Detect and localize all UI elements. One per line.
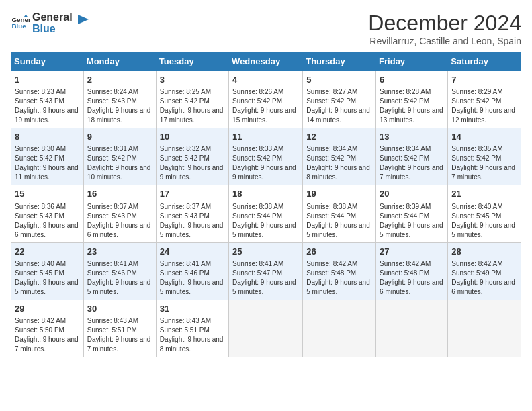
day-cell: 8Sunrise: 8:30 AMSunset: 5:42 PMDaylight… — [11, 128, 84, 185]
day-info: Sunrise: 8:31 AMSunset: 5:42 PMDaylight:… — [87, 144, 152, 182]
day-cell: 12Sunrise: 8:34 AMSunset: 5:42 PMDayligh… — [303, 128, 376, 185]
calendar-header: SundayMondayTuesdayWednesdayThursdayFrid… — [11, 52, 521, 71]
week-row-1: 1Sunrise: 8:23 AMSunset: 5:43 PMDaylight… — [11, 71, 521, 128]
logo: General Blue General Blue — [11, 11, 90, 35]
day-info: Sunrise: 8:43 AMSunset: 5:51 PMDaylight:… — [160, 316, 225, 354]
day-number: 22 — [15, 246, 80, 258]
col-header-wednesday: Wednesday — [229, 52, 303, 71]
day-info: Sunrise: 8:23 AMSunset: 5:43 PMDaylight:… — [15, 87, 80, 125]
day-cell: 24Sunrise: 8:41 AMSunset: 5:46 PMDayligh… — [156, 242, 228, 300]
day-number: 29 — [15, 303, 80, 315]
day-info: Sunrise: 8:37 AMSunset: 5:43 PMDaylight:… — [87, 202, 152, 240]
day-cell: 6Sunrise: 8:28 AMSunset: 5:42 PMDaylight… — [376, 71, 448, 128]
logo-flag-icon — [77, 13, 90, 27]
day-cell: 4Sunrise: 8:26 AMSunset: 5:42 PMDaylight… — [229, 71, 303, 128]
day-cell: 27Sunrise: 8:42 AMSunset: 5:48 PMDayligh… — [376, 242, 448, 300]
day-info: Sunrise: 8:39 AMSunset: 5:44 PMDaylight:… — [380, 202, 444, 240]
day-cell: 2Sunrise: 8:24 AMSunset: 5:43 PMDaylight… — [83, 71, 156, 128]
day-number: 23 — [87, 246, 152, 258]
day-info: Sunrise: 8:34 AMSunset: 5:42 PMDaylight:… — [306, 144, 372, 182]
day-cell: 5Sunrise: 8:27 AMSunset: 5:42 PMDaylight… — [303, 71, 376, 128]
day-info: Sunrise: 8:41 AMSunset: 5:46 PMDaylight:… — [87, 259, 152, 297]
day-cell: 3Sunrise: 8:25 AMSunset: 5:42 PMDaylight… — [156, 71, 228, 128]
week-row-2: 8Sunrise: 8:30 AMSunset: 5:42 PMDaylight… — [11, 128, 521, 185]
day-cell: 19Sunrise: 8:38 AMSunset: 5:44 PMDayligh… — [303, 185, 376, 242]
day-info: Sunrise: 8:42 AMSunset: 5:50 PMDaylight:… — [15, 316, 80, 354]
day-number: 5 — [306, 74, 372, 86]
day-cell — [448, 300, 521, 357]
day-number: 20 — [380, 188, 444, 200]
day-cell: 31Sunrise: 8:43 AMSunset: 5:51 PMDayligh… — [156, 300, 228, 357]
day-cell: 9Sunrise: 8:31 AMSunset: 5:42 PMDaylight… — [83, 128, 156, 185]
day-number: 27 — [380, 246, 444, 258]
title-block: December 2024 Revillarruz, Castille and … — [368, 11, 521, 46]
day-info: Sunrise: 8:41 AMSunset: 5:46 PMDaylight:… — [160, 259, 225, 297]
day-number: 14 — [451, 131, 517, 143]
day-info: Sunrise: 8:43 AMSunset: 5:51 PMDaylight:… — [87, 316, 152, 354]
day-info: Sunrise: 8:28 AMSunset: 5:42 PMDaylight:… — [380, 87, 444, 125]
day-info: Sunrise: 8:30 AMSunset: 5:42 PMDaylight:… — [15, 144, 80, 182]
day-info: Sunrise: 8:36 AMSunset: 5:43 PMDaylight:… — [15, 202, 80, 240]
day-cell: 18Sunrise: 8:38 AMSunset: 5:44 PMDayligh… — [229, 185, 303, 242]
day-number: 24 — [160, 246, 225, 258]
day-info: Sunrise: 8:25 AMSunset: 5:42 PMDaylight:… — [160, 87, 225, 125]
day-info: Sunrise: 8:32 AMSunset: 5:42 PMDaylight:… — [160, 144, 225, 182]
day-number: 12 — [306, 131, 372, 143]
day-cell: 25Sunrise: 8:41 AMSunset: 5:47 PMDayligh… — [229, 242, 303, 300]
col-header-monday: Monday — [83, 52, 156, 71]
col-header-friday: Friday — [376, 52, 448, 71]
day-number: 25 — [232, 246, 299, 258]
day-cell: 10Sunrise: 8:32 AMSunset: 5:42 PMDayligh… — [156, 128, 228, 185]
day-cell: 13Sunrise: 8:34 AMSunset: 5:42 PMDayligh… — [376, 128, 448, 185]
day-info: Sunrise: 8:29 AMSunset: 5:42 PMDaylight:… — [451, 87, 517, 125]
col-header-saturday: Saturday — [448, 52, 521, 71]
day-number: 9 — [87, 131, 152, 143]
day-number: 30 — [87, 303, 152, 315]
day-number: 3 — [160, 74, 225, 86]
week-row-5: 29Sunrise: 8:42 AMSunset: 5:50 PMDayligh… — [11, 300, 521, 357]
logo-line2: Blue — [32, 22, 73, 35]
day-cell: 23Sunrise: 8:41 AMSunset: 5:46 PMDayligh… — [83, 242, 156, 300]
day-info: Sunrise: 8:40 AMSunset: 5:45 PMDaylight:… — [451, 202, 517, 240]
day-info: Sunrise: 8:33 AMSunset: 5:42 PMDaylight:… — [232, 144, 299, 182]
day-info: Sunrise: 8:38 AMSunset: 5:44 PMDaylight:… — [306, 202, 372, 240]
day-info: Sunrise: 8:26 AMSunset: 5:42 PMDaylight:… — [232, 87, 299, 125]
day-cell: 7Sunrise: 8:29 AMSunset: 5:42 PMDaylight… — [448, 71, 521, 128]
day-cell: 16Sunrise: 8:37 AMSunset: 5:43 PMDayligh… — [83, 185, 156, 242]
day-number: 28 — [451, 246, 517, 258]
day-cell: 1Sunrise: 8:23 AMSunset: 5:43 PMDaylight… — [11, 71, 84, 128]
day-number: 19 — [306, 188, 372, 200]
page-header: General Blue General Blue December 2024 … — [11, 11, 521, 46]
day-info: Sunrise: 8:35 AMSunset: 5:42 PMDaylight:… — [451, 144, 517, 182]
day-number: 2 — [87, 74, 152, 86]
col-header-thursday: Thursday — [303, 52, 376, 71]
day-cell — [376, 300, 448, 357]
day-info: Sunrise: 8:40 AMSunset: 5:45 PMDaylight:… — [15, 259, 80, 297]
day-cell: 20Sunrise: 8:39 AMSunset: 5:44 PMDayligh… — [376, 185, 448, 242]
day-number: 8 — [15, 131, 80, 143]
day-info: Sunrise: 8:27 AMSunset: 5:42 PMDaylight:… — [306, 87, 372, 125]
calendar-table: SundayMondayTuesdayWednesdayThursdayFrid… — [11, 52, 521, 357]
day-cell — [229, 300, 303, 357]
day-number: 13 — [380, 131, 444, 143]
day-cell: 17Sunrise: 8:37 AMSunset: 5:43 PMDayligh… — [156, 185, 228, 242]
day-cell: 26Sunrise: 8:42 AMSunset: 5:48 PMDayligh… — [303, 242, 376, 300]
day-number: 10 — [160, 131, 225, 143]
logo-icon: General Blue — [11, 13, 30, 32]
day-info: Sunrise: 8:34 AMSunset: 5:42 PMDaylight:… — [380, 144, 444, 182]
day-cell: 28Sunrise: 8:42 AMSunset: 5:49 PMDayligh… — [448, 242, 521, 300]
col-header-tuesday: Tuesday — [156, 52, 228, 71]
day-number: 15 — [15, 188, 80, 200]
day-cell: 21Sunrise: 8:40 AMSunset: 5:45 PMDayligh… — [448, 185, 521, 242]
day-info: Sunrise: 8:37 AMSunset: 5:43 PMDaylight:… — [160, 202, 225, 240]
day-cell: 11Sunrise: 8:33 AMSunset: 5:42 PMDayligh… — [229, 128, 303, 185]
day-number: 1 — [15, 74, 80, 86]
week-row-4: 22Sunrise: 8:40 AMSunset: 5:45 PMDayligh… — [11, 242, 521, 300]
location-title: Revillarruz, Castille and Leon, Spain — [368, 36, 521, 46]
day-info: Sunrise: 8:42 AMSunset: 5:49 PMDaylight:… — [451, 259, 517, 297]
day-info: Sunrise: 8:41 AMSunset: 5:47 PMDaylight:… — [232, 259, 299, 297]
day-number: 7 — [451, 74, 517, 86]
day-cell: 30Sunrise: 8:43 AMSunset: 5:51 PMDayligh… — [83, 300, 156, 357]
day-info: Sunrise: 8:42 AMSunset: 5:48 PMDaylight:… — [306, 259, 372, 297]
svg-text:Blue: Blue — [11, 23, 26, 30]
